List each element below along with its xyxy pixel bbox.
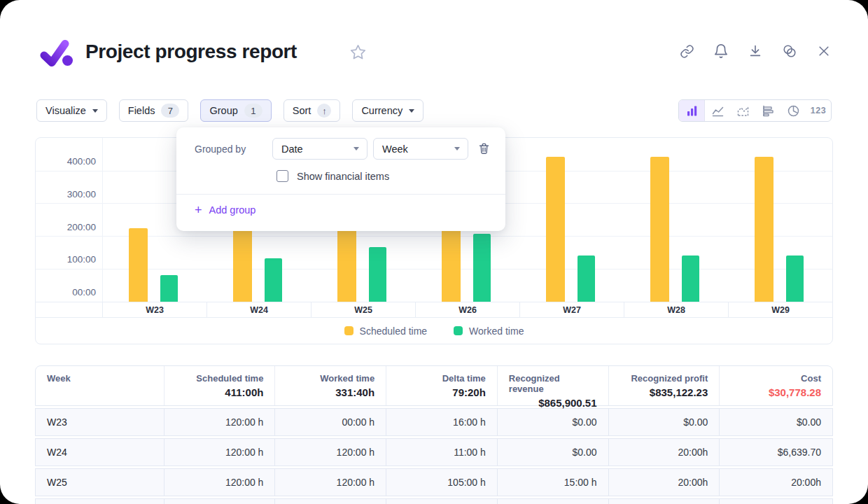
bar-worked-time-w25[interactable] (369, 247, 386, 302)
bar-worked-time-w29[interactable] (786, 255, 804, 302)
bar-scheduled-time-w27[interactable] (546, 157, 565, 302)
table-cell (36, 499, 164, 504)
column-header-recognized-revenue[interactable]: Recognized revenue$865,900.51 (497, 366, 608, 405)
bar-scheduled-time-w23[interactable] (129, 228, 148, 302)
group-button[interactable]: Group 1 (200, 99, 271, 122)
gridline (36, 236, 832, 237)
bar-worked-time-w27[interactable] (578, 255, 595, 302)
table-cell: 120:00 h (274, 439, 386, 465)
table-cell: 120:00 h (164, 469, 275, 496)
visualize-button[interactable]: Visualize (36, 99, 107, 122)
bar-worked-time-w23[interactable] (160, 275, 178, 302)
download-icon[interactable] (748, 43, 763, 59)
bar-scheduled-time-w24[interactable] (233, 228, 252, 302)
x-axis-strip: W23W24W25W26W27W28W29 (36, 302, 832, 318)
bar-scheduled-time-w29[interactable] (755, 157, 774, 302)
grouped-by-label: Grouped by (195, 144, 246, 155)
table-cell: 120:00 h (164, 439, 275, 465)
x-axis-label: W26 (415, 302, 519, 317)
add-group-button[interactable]: + Add group (195, 204, 255, 216)
group-field-value: Date (281, 144, 303, 155)
bar-scheduled-time-w28[interactable] (650, 157, 669, 302)
table-cell (274, 499, 386, 504)
bar-scheduled-time-w26[interactable] (442, 228, 461, 302)
chart-type-switcher: 123 (678, 99, 832, 122)
table-body: W23120:00 h00:00 h16:00 h$0.00$0.00$0.00… (35, 408, 833, 504)
overlapping-circles-icon[interactable] (782, 43, 797, 59)
line-chart-icon[interactable] (705, 100, 730, 121)
sort-label: Sort (293, 105, 312, 116)
table-header: WeekScheduled time411:00hWorked time331:… (35, 365, 833, 406)
table-cell (497, 499, 608, 504)
arrow-up-icon: ↑ (317, 104, 331, 118)
column-total: $30,778.28 (769, 386, 821, 398)
column-header-week[interactable]: Week (36, 366, 164, 405)
area-chart-icon[interactable] (730, 100, 755, 121)
legend-swatch (344, 326, 354, 335)
toolbar: Visualize Fields 7 Group 1 Sort ↑ Curren… (36, 99, 424, 122)
fields-count-badge: 7 (161, 104, 179, 118)
x-axis-label: W24 (206, 302, 311, 317)
table-cell: 120:00 h (164, 409, 275, 435)
currency-label: Currency (361, 105, 402, 116)
table-cell: W25 (36, 469, 164, 496)
table-cell (386, 499, 497, 504)
table-cell: 20:00h (608, 469, 720, 496)
column-header-scheduled-time[interactable]: Scheduled time411:00h (164, 366, 275, 405)
bar-chart-icon[interactable] (679, 100, 705, 121)
horizontal-bar-chart-icon[interactable] (755, 100, 780, 121)
table-cell (719, 499, 832, 504)
bar-worked-time-w26[interactable] (473, 234, 491, 302)
currency-button[interactable]: Currency (352, 99, 424, 122)
sort-button[interactable]: Sort ↑ (284, 99, 341, 122)
numbers-view[interactable]: 123 (806, 100, 831, 121)
group-label: Group (209, 105, 237, 116)
column-label: Cost (801, 373, 821, 384)
link-icon[interactable] (679, 43, 694, 59)
favorite-star-icon[interactable] (349, 43, 367, 61)
table-cell: 105:00 h (386, 469, 497, 496)
pie-chart-icon[interactable] (780, 100, 806, 121)
column-total: $865,900.51 (538, 397, 596, 409)
show-financial-items-row: Show financial items (276, 170, 389, 182)
table-cell: W23 (36, 409, 164, 435)
column-label: Delta time (442, 373, 486, 384)
column-total: $835,122.23 (650, 386, 708, 398)
table-cell: $6,639.70 (719, 439, 832, 465)
column-header-recognized-profit[interactable]: Recognized profit$835,122.23 (608, 366, 720, 405)
bar-worked-time-w24[interactable] (265, 258, 282, 302)
table-cell: W24 (36, 439, 164, 465)
table-cell: 20:00h (608, 439, 720, 465)
report-window: Project progress report (0, 0, 868, 504)
group-interval-select[interactable]: Week (373, 138, 468, 160)
plus-icon: + (195, 204, 202, 216)
table-row-w24[interactable]: W24120:00 h120:00 h11:00 h$0.0020:00h$6,… (35, 438, 833, 466)
bell-icon[interactable] (713, 43, 729, 59)
column-header-worked-time[interactable]: Worked time331:40h (274, 366, 386, 405)
fields-button[interactable]: Fields 7 (119, 99, 189, 122)
column-header-cost[interactable]: Cost$30,778.28 (719, 366, 832, 405)
bar-scheduled-time-w25[interactable] (337, 228, 356, 302)
x-axis-label: W28 (624, 302, 728, 317)
bar-worked-time-w28[interactable] (682, 255, 699, 302)
header-actions (679, 43, 832, 59)
table-cell: 00:00 h (274, 409, 386, 435)
group-field-select[interactable]: Date (272, 138, 368, 160)
close-icon[interactable] (816, 43, 832, 59)
table-cell: $0.00 (497, 439, 608, 465)
x-axis-labels: W23W24W25W26W27W28W29 (102, 302, 832, 317)
column-total: 411:00h (225, 386, 263, 398)
legend-label: Worked time (469, 326, 524, 337)
table-row-w25[interactable]: W25120:00 h120:00 h105:00 h15:00 h20:00h… (35, 468, 833, 496)
page-title: Project progress report (85, 41, 297, 63)
show-financial-items-checkbox[interactable] (276, 170, 288, 182)
table-row-w23[interactable]: W23120:00 h00:00 h16:00 h$0.00$0.00$0.00 (35, 408, 833, 436)
table-row[interactable] (35, 498, 833, 504)
summary-table: WeekScheduled time411:00hWorked time331:… (35, 365, 833, 504)
x-axis-label: W29 (728, 302, 832, 317)
trash-icon[interactable] (477, 142, 491, 155)
chart-legend: Scheduled timeWorked time (36, 318, 832, 344)
table-cell (164, 499, 275, 504)
x-axis-label: W23 (102, 302, 206, 317)
column-header-delta-time[interactable]: Delta time79:20h (386, 366, 497, 405)
